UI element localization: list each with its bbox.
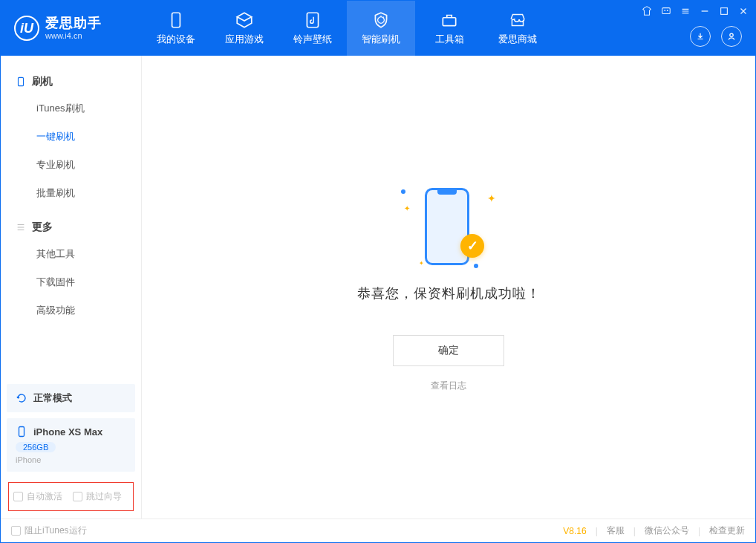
checkbox-icon — [13, 492, 23, 501]
app-url: www.i4.cn — [45, 31, 102, 40]
tab-label: 铃声壁纸 — [293, 33, 332, 46]
svg-rect-9 — [19, 427, 25, 437]
view-log-link[interactable]: 查看日志 — [431, 380, 466, 392]
box-icon — [235, 10, 254, 30]
app-window: iU 爱思助手 www.i4.cn 我的设备 应用游戏 铃声壁纸 智能刷机 — [0, 0, 756, 543]
device-type: iPhone — [16, 455, 126, 464]
success-illustration: ✦ ✦ ✦ ✓ — [397, 182, 501, 271]
account-button[interactable] — [721, 26, 742, 47]
svg-point-5 — [667, 10, 668, 11]
tab-ringtones-wallpapers[interactable]: 铃声壁纸 — [278, 1, 347, 56]
storage-badge: 256GB — [16, 442, 56, 452]
status-bar: 阻止iTunes运行 V8.16 | 客服 | 微信公众号 | 检查更新 — [1, 518, 755, 542]
ok-button[interactable]: 确定 — [393, 335, 504, 366]
sparkle-icon: ✦ — [404, 204, 410, 212]
download-button[interactable] — [690, 26, 711, 47]
checkbox-icon — [73, 492, 82, 501]
tab-label: 应用游戏 — [225, 33, 264, 46]
checkbox-block-itunes[interactable]: 阻止iTunes运行 — [11, 524, 87, 537]
tab-toolbox[interactable]: 工具箱 — [415, 1, 483, 56]
app-header: iU 爱思助手 www.i4.cn 我的设备 应用游戏 铃声壁纸 智能刷机 — [1, 1, 755, 56]
svg-rect-2 — [443, 18, 455, 26]
bottom-options-highlight: 自动激活 跳过向导 — [8, 482, 134, 511]
header-action-icons — [690, 26, 742, 47]
logo-icon: iU — [14, 16, 39, 41]
tab-my-device[interactable]: 我的设备 — [142, 1, 210, 56]
sidebar-item-oneclick-flash[interactable]: 一键刷机 — [1, 123, 141, 151]
sidebar-item-batch-flash[interactable]: 批量刷机 — [1, 179, 141, 207]
maximize-button[interactable] — [718, 5, 730, 17]
device-name: iPhone XS Max — [33, 426, 102, 438]
sidebar-item-download-firmware[interactable]: 下载固件 — [1, 268, 141, 296]
device-icon — [16, 426, 27, 438]
tab-label: 智能刷机 — [362, 33, 400, 46]
close-button[interactable] — [737, 5, 749, 17]
svg-rect-8 — [19, 77, 24, 85]
svg-rect-6 — [721, 8, 728, 15]
checkbox-icon — [11, 526, 21, 536]
checkbox-auto-activate[interactable]: 自动激活 — [13, 490, 62, 503]
sidebar-item-other-tools[interactable]: 其他工具 — [1, 240, 141, 268]
sparkle-icon: ✦ — [419, 260, 424, 267]
app-name: 爱思助手 — [45, 16, 102, 31]
music-icon — [303, 10, 322, 30]
menu-icon[interactable] — [680, 5, 691, 17]
footer-link-wechat[interactable]: 微信公众号 — [645, 524, 689, 537]
device-cards: 正常模式 iPhone XS Max 256GB iPhone — [1, 378, 141, 478]
shield-icon — [371, 10, 391, 30]
tab-label: 我的设备 — [157, 33, 195, 46]
tab-label: 爱思商城 — [498, 33, 537, 46]
svg-rect-0 — [172, 13, 180, 27]
phone-icon — [166, 10, 186, 30]
footer-link-update[interactable]: 检查更新 — [709, 524, 745, 537]
dot-icon — [401, 189, 405, 194]
main-content: ✦ ✦ ✦ ✓ 恭喜您，保资料刷机成功啦！ 确定 查看日志 — [142, 56, 755, 518]
refresh-icon — [16, 392, 27, 404]
store-icon — [508, 10, 527, 30]
svg-rect-1 — [307, 13, 318, 27]
main-tabs: 我的设备 应用游戏 铃声壁纸 智能刷机 工具箱 爱思商城 — [142, 1, 552, 56]
svg-point-7 — [730, 33, 733, 36]
sidebar-section-flash: 刷机 — [1, 69, 141, 94]
tab-smart-flash[interactable]: 智能刷机 — [347, 1, 415, 56]
check-icon: ✓ — [460, 234, 484, 258]
body: 刷机 iTunes刷机 一键刷机 专业刷机 批量刷机 更多 其他工具 下载固件 … — [1, 56, 755, 518]
sidebar-nav: 刷机 iTunes刷机 一键刷机 专业刷机 批量刷机 更多 其他工具 下载固件 … — [1, 56, 141, 331]
success-message: 恭喜您，保资料刷机成功啦！ — [357, 284, 541, 302]
sparkle-icon: ✦ — [487, 192, 496, 204]
list-icon — [16, 222, 26, 233]
svg-point-4 — [664, 10, 665, 11]
dot-icon — [474, 264, 478, 268]
sidebar-section-more: 更多 — [1, 215, 141, 240]
mode-card[interactable]: 正常模式 — [7, 384, 135, 412]
checkbox-skip-guide[interactable]: 跳过向导 — [73, 490, 122, 503]
tab-store[interactable]: 爱思商城 — [483, 1, 552, 56]
device-card[interactable]: iPhone XS Max 256GB iPhone — [7, 418, 135, 472]
version-label: V8.16 — [563, 526, 586, 536]
mode-label: 正常模式 — [33, 391, 72, 405]
feedback-icon[interactable] — [660, 5, 672, 17]
window-controls — [641, 5, 749, 17]
minimize-button[interactable] — [699, 5, 711, 17]
toolbox-icon — [440, 10, 459, 30]
shirt-icon[interactable] — [641, 5, 653, 17]
tab-label: 工具箱 — [435, 33, 464, 46]
logo: iU 爱思助手 www.i4.cn — [1, 1, 142, 56]
tab-apps-games[interactable]: 应用游戏 — [210, 1, 278, 56]
phone-outline-icon — [16, 77, 26, 87]
sidebar-item-itunes-flash[interactable]: iTunes刷机 — [1, 94, 141, 123]
sidebar-item-advanced[interactable]: 高级功能 — [1, 296, 141, 325]
sidebar-item-pro-flash[interactable]: 专业刷机 — [1, 151, 141, 179]
footer-link-support[interactable]: 客服 — [607, 524, 625, 537]
svg-rect-3 — [662, 8, 671, 14]
sidebar: 刷机 iTunes刷机 一键刷机 专业刷机 批量刷机 更多 其他工具 下载固件 … — [1, 56, 142, 518]
